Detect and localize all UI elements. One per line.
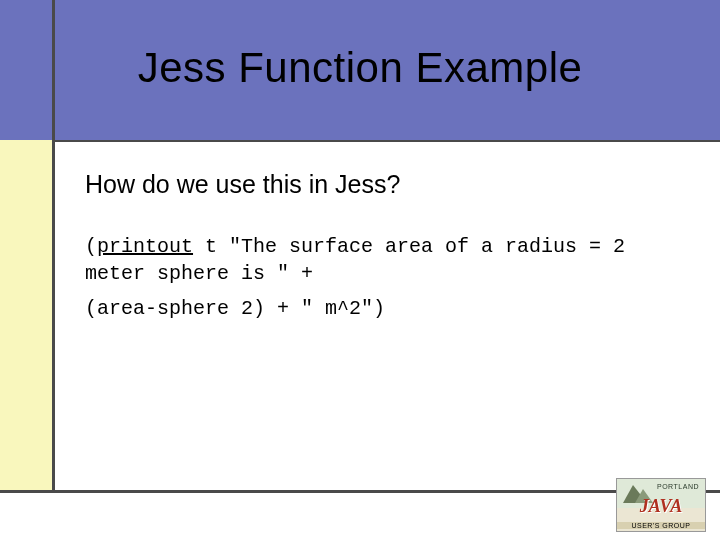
horizontal-rule-under-header bbox=[52, 140, 720, 142]
code-keyword: printout bbox=[97, 235, 193, 258]
horizontal-rule-bottom bbox=[0, 490, 720, 493]
logo-brand: JAVA bbox=[617, 496, 705, 517]
logo-subtitle: USER'S GROUP bbox=[617, 522, 705, 529]
slide-content: How do we use this in Jess? (printout t … bbox=[85, 170, 685, 322]
code-line-2: (area-sphere 2) + " m^2") bbox=[85, 295, 685, 322]
code-block: (printout t "The surface area of a radiu… bbox=[85, 233, 685, 322]
logo-top-label: PORTLAND bbox=[657, 483, 699, 490]
portland-java-users-group-logo: PORTLAND JAVA USER'S GROUP bbox=[616, 478, 706, 532]
slide: Jess Function Example How do we use this… bbox=[0, 0, 720, 540]
slide-title: Jess Function Example bbox=[0, 44, 720, 92]
question-text: How do we use this in Jess? bbox=[85, 170, 685, 199]
left-accent-strip bbox=[0, 140, 52, 490]
